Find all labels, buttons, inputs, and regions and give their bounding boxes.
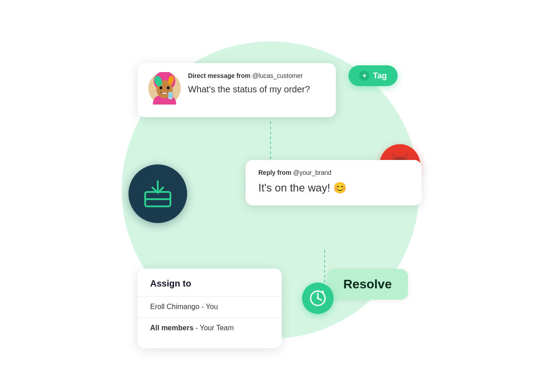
inbox-circle [128,164,187,223]
clock-icon [309,289,327,307]
reply-message: It's on the way! 😊 [258,181,409,195]
assign-option-2-bold: All members [150,324,193,332]
resolve-button[interactable]: Resolve [327,269,408,300]
svg-point-20 [160,87,162,90]
svg-marker-12 [392,153,396,157]
reply-handle: @your_brand [293,169,331,176]
dm-message: What's the status of my order? [188,83,325,96]
tag-button-label: Tag [373,71,387,81]
svg-rect-23 [169,93,172,98]
reply-header-bold: Reply from [258,169,291,176]
assign-card: Assign to Eroll Chimango - You All membe… [138,269,282,348]
tag-plus-icon: + [359,71,369,81]
dm-card: Direct message from @lucas_customer What… [138,63,336,117]
scene: + Tag [68,11,473,381]
svg-point-29 [317,297,319,299]
svg-point-21 [167,87,170,90]
reply-card: Reply from @your_brand It's on the way! … [246,160,422,205]
assign-title: Assign to [150,278,269,289]
reply-header: Reply from @your_brand [258,169,409,176]
dm-card-content: Direct message from @lucas_customer What… [188,72,325,96]
tag-button[interactable]: + Tag [348,65,398,86]
dm-header-bold: Direct message from [188,72,251,79]
clock-circle [302,283,334,314]
svg-marker-13 [403,153,408,157]
user-avatar [148,72,181,105]
assign-option-2[interactable]: All members - Your Team [150,318,269,338]
inbox-icon [142,179,174,208]
assign-option-2-rest: - Your Team [193,324,234,332]
resolve-label: Resolve [344,277,392,291]
assign-option-1[interactable]: Eroll Chimango - You [150,296,269,317]
dm-handle: @lucas_customer [252,72,303,79]
dm-header: Direct message from @lucas_customer [188,72,325,79]
avatar-container [148,72,181,106]
